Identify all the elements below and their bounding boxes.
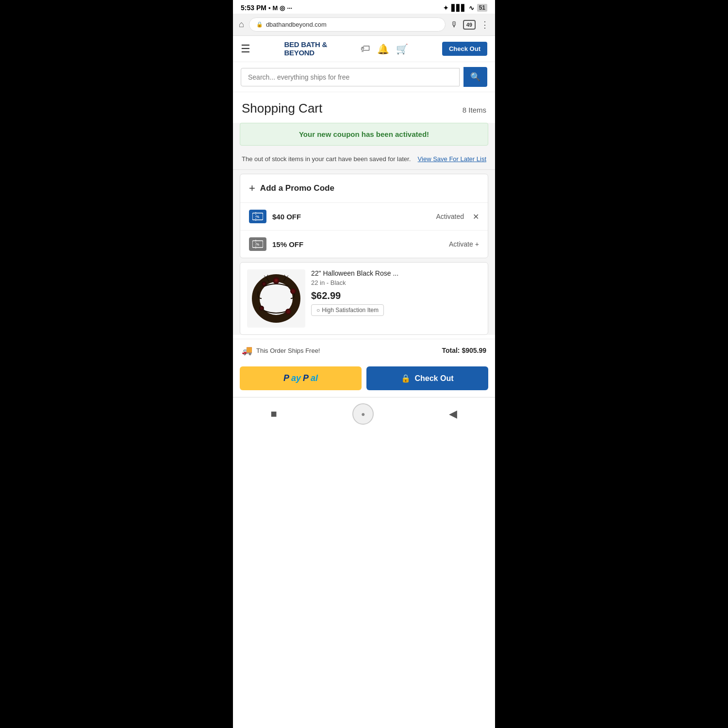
activate-label: Activate — [449, 240, 473, 248]
header-checkout-button[interactable]: Check Out — [442, 42, 487, 56]
coupon-row-15off: % 15% OFF Activate + — [240, 231, 488, 258]
hamburger-menu-icon[interactable]: ☰ — [241, 43, 250, 55]
add-promo-row[interactable]: + Add a Promo Code — [240, 174, 488, 203]
coupon-status-40off: Activated — [436, 213, 464, 220]
product-image[interactable] — [247, 269, 305, 328]
svg-point-11 — [292, 290, 295, 293]
svg-point-15 — [287, 310, 290, 314]
bluetooth-icon: ✦ — [443, 4, 448, 12]
home-icon[interactable]: ⌂ — [239, 19, 244, 30]
add-promo-label: Add a Promo Code — [260, 183, 334, 193]
cart-icon[interactable]: 🛒 — [396, 43, 408, 55]
home-button[interactable]: ● — [352, 403, 374, 425]
ships-free: 🚚 This Order Ships Free! — [242, 345, 320, 356]
satisfaction-icon: ○ — [316, 307, 320, 314]
remove-coupon-40off-icon[interactable]: ✕ — [473, 212, 479, 221]
stop-button[interactable]: ■ — [271, 403, 277, 425]
instagram-icon: ◎ — [280, 4, 285, 12]
svg-point-13 — [263, 282, 265, 285]
paypal-button[interactable]: P ay P al — [240, 366, 362, 390]
ships-free-label: This Order Ships Free! — [256, 347, 320, 354]
oos-text: The out of stock items in your cart have… — [242, 155, 412, 163]
plus-icon: + — [249, 182, 255, 195]
lock-icon: 🔒 — [256, 21, 263, 28]
checkout-lock-icon: 🔒 — [401, 374, 411, 383]
microphone-icon[interactable]: 🎙 — [450, 20, 458, 29]
tag-icon[interactable]: 🏷 — [361, 43, 370, 54]
search-button[interactable]: 🔍 — [463, 67, 487, 87]
svg-text:%: % — [256, 215, 260, 218]
browser-menu-icon[interactable]: ⋮ — [480, 19, 489, 30]
coupon-banner: Your new coupon has been activated! — [240, 123, 488, 146]
product-variant: 22 in - Black — [311, 279, 481, 286]
coupon-icon-15off: % — [249, 237, 266, 251]
paypal-p: P — [283, 373, 289, 383]
coupon-banner-text: Your new coupon has been activated! — [248, 130, 480, 138]
battery-icon: 51 — [477, 4, 487, 12]
url-text: dbathandbeyond.com — [266, 21, 438, 28]
cta-buttons: P ay P al 🔒 Check Out — [233, 362, 495, 397]
footer-bar: 🚚 This Order Ships Free! Total: $905.99 — [233, 339, 495, 362]
gmail-icon: M — [273, 4, 278, 12]
search-input[interactable] — [241, 68, 460, 86]
cart-count: 8 Items — [463, 106, 486, 114]
cart-title: Shopping Cart — [242, 101, 322, 116]
wifi-icon: ∿ — [469, 4, 474, 12]
site-header: ☰ BED BATH & BEYOND 🏷 🔔 🛒 Check Out — [233, 36, 495, 62]
product-card: 22" Halloween Black Rose ... 22 in - Bla… — [240, 262, 488, 335]
home-circle-icon: ● — [361, 410, 365, 418]
status-time: 5:53 PM — [241, 4, 266, 12]
product-details: 22" Halloween Black Rose ... 22 in - Bla… — [311, 269, 481, 316]
checkout-button[interactable]: 🔒 Check Out — [366, 366, 488, 390]
back-button[interactable]: ◀ — [449, 403, 457, 425]
checkout-label: Check Out — [414, 374, 453, 383]
paypal-ay: ay — [291, 373, 301, 383]
coupon-row-40off: % $40 OFF Activated ✕ — [240, 203, 488, 231]
paypal-p2: P — [303, 373, 309, 383]
notification-icon: ▪ — [268, 4, 271, 12]
order-total: Total: $905.99 — [442, 347, 486, 354]
browser-bar: ⌂ 🔒 dbathandbeyond.com 🎙 49 ⋮ — [233, 14, 495, 36]
satisfaction-badge: ○ High Satisfaction Item — [311, 304, 384, 316]
promo-section: + Add a Promo Code % $40 OFF Activated ✕ — [240, 174, 488, 258]
site-logo[interactable]: BED BATH & BEYOND — [284, 41, 327, 57]
more-icon: ··· — [287, 4, 292, 12]
coupon-label-15off: 15% OFF — [272, 240, 443, 248]
product-name: 22" Halloween Black Rose ... — [311, 269, 481, 277]
bell-icon[interactable]: 🔔 — [377, 43, 389, 55]
nav-bar: ■ ● ◀ — [233, 397, 495, 429]
search-bar: 🔍 — [233, 62, 495, 92]
svg-point-17 — [260, 307, 263, 310]
out-of-stock-notice: The out of stock items in your cart have… — [233, 149, 495, 170]
url-bar[interactable]: 🔒 dbathandbeyond.com — [249, 17, 446, 32]
product-price: $62.99 — [311, 290, 481, 301]
header-icons: 🏷 🔔 🛒 — [361, 43, 408, 55]
page-content: Shopping Cart 8 Items Your new coupon ha… — [233, 92, 495, 335]
coupon-icon-40off: % — [249, 210, 266, 223]
cart-header: Shopping Cart 8 Items — [233, 92, 495, 123]
svg-point-9 — [275, 280, 277, 281]
signal-icon: ▋▋▋ — [451, 4, 466, 12]
status-bar: 5:53 PM ▪ M ◎ ··· ✦ ▋▋▋ ∿ 51 — [233, 0, 495, 14]
paypal-al: al — [311, 373, 318, 383]
activate-plus-icon: + — [475, 240, 479, 248]
shipping-icon: 🚚 — [242, 345, 252, 356]
tabs-count[interactable]: 49 — [463, 20, 476, 30]
svg-text:%: % — [256, 243, 260, 246]
satisfaction-text: High Satisfaction Item — [322, 307, 379, 314]
coupon-label-40off: $40 OFF — [272, 213, 430, 221]
activate-15off-button[interactable]: Activate + — [449, 240, 479, 248]
view-save-for-later-link[interactable]: View Save For Later List — [418, 155, 486, 163]
